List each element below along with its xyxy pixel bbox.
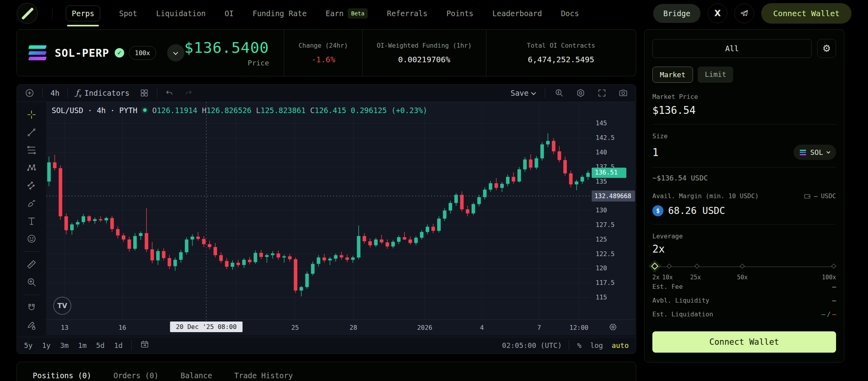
margin-wallet-info: — USDC bbox=[804, 192, 836, 200]
positions-tabs-panel: Positions (0) Orders (0) Balance Trade H… bbox=[17, 362, 636, 381]
market-status-icon[interactable] bbox=[141, 107, 148, 114]
layout-grid-button[interactable] bbox=[137, 87, 151, 99]
brush-tool[interactable] bbox=[24, 196, 39, 210]
auto-scale-button[interactable]: auto bbox=[611, 340, 630, 350]
text-tool[interactable] bbox=[24, 214, 39, 228]
range-1d-button[interactable]: 1d bbox=[113, 340, 123, 350]
nav-item-points[interactable]: Points bbox=[446, 9, 473, 18]
log-scale-button[interactable]: log bbox=[589, 340, 604, 350]
size-input[interactable]: 1 bbox=[652, 147, 659, 158]
nav-item-perps[interactable]: Perps bbox=[66, 6, 100, 21]
market-filter-select[interactable]: All bbox=[652, 39, 812, 58]
trend-line-icon bbox=[26, 127, 37, 138]
stat-label: Total OI Contracts bbox=[527, 42, 595, 49]
tab-market-order[interactable]: Market bbox=[652, 67, 693, 83]
goto-date-button[interactable] bbox=[140, 339, 150, 351]
leverage-slider-mark[interactable] bbox=[694, 264, 699, 269]
x-twitter-icon[interactable]: X bbox=[708, 4, 727, 23]
chart-clock[interactable]: 02:05:00 (UTC) bbox=[502, 341, 562, 349]
nav-item-liquidation[interactable]: Liquidation bbox=[156, 9, 206, 18]
tab-trade-history[interactable]: Trade History bbox=[234, 362, 293, 381]
svg-text:28: 28 bbox=[350, 324, 357, 331]
nav-item-oi[interactable]: OI bbox=[225, 9, 234, 18]
measure-tool[interactable] bbox=[24, 257, 39, 271]
leverage-slider-track[interactable] bbox=[655, 266, 834, 267]
range-3m-button[interactable]: 3m bbox=[59, 340, 69, 350]
snapshot-button[interactable] bbox=[616, 87, 630, 99]
leverage-slider-mark[interactable] bbox=[831, 264, 836, 269]
leverage-mark-label[interactable]: 50x bbox=[737, 274, 748, 281]
indicators-button[interactable]: ƒx Indicators bbox=[73, 86, 132, 100]
app-logo[interactable] bbox=[17, 3, 38, 24]
svg-text:145: 145 bbox=[596, 119, 607, 127]
trend-line-tool[interactable] bbox=[24, 125, 39, 139]
leverage-value: 2x bbox=[652, 243, 836, 255]
tab-orders[interactable]: Orders (0) bbox=[114, 362, 158, 381]
stat-change-24hr: Change (24hr) -1.6% bbox=[284, 29, 362, 76]
nav-item-leaderboard[interactable]: Leaderboard bbox=[492, 9, 542, 18]
leverage-mark-label[interactable]: 25x bbox=[690, 274, 701, 281]
range-1y-button[interactable]: 1y bbox=[41, 340, 52, 350]
market-selector-button[interactable] bbox=[167, 44, 184, 61]
market-header: SOL-PERP ✓ 100x $136.5400 Price Change (… bbox=[17, 29, 636, 76]
telegram-icon[interactable] bbox=[734, 4, 754, 23]
percent-scale-button[interactable]: % bbox=[576, 340, 582, 350]
connect-wallet-button-main[interactable]: Connect Wallet bbox=[652, 331, 836, 353]
legend-symbol: SOL/USD · 4h · PYTH bbox=[52, 106, 137, 115]
leverage-mark-label[interactable]: 2x bbox=[652, 274, 659, 281]
svg-text:142.5: 142.5 bbox=[596, 134, 615, 141]
beta-badge: Beta bbox=[348, 8, 368, 19]
crosshair-tool[interactable] bbox=[24, 108, 39, 122]
symbol-search-button[interactable] bbox=[22, 87, 37, 99]
top-nav: Perps Spot Liquidation OI Funding Rate E… bbox=[0, 0, 868, 27]
save-layout-button[interactable]: Save bbox=[508, 87, 538, 99]
undo-button[interactable] bbox=[163, 87, 176, 99]
tab-positions[interactable]: Positions (0) bbox=[33, 362, 91, 381]
stat-value: -1.6% bbox=[311, 55, 335, 64]
emoji-tool[interactable] bbox=[24, 232, 39, 246]
bridge-button[interactable]: Bridge bbox=[653, 4, 701, 23]
range-5y-button[interactable]: 5y bbox=[23, 340, 34, 350]
leverage-slider-mark[interactable] bbox=[667, 264, 672, 269]
leverage-mark-label[interactable]: 10x bbox=[662, 274, 673, 281]
price-block: $136.5400 Price bbox=[184, 39, 284, 67]
nav-item-docs[interactable]: Docs bbox=[561, 9, 579, 18]
quick-search-button[interactable] bbox=[552, 87, 566, 99]
range-5d-button[interactable]: 5d bbox=[95, 340, 106, 350]
leverage-mark-label[interactable]: 100x bbox=[822, 274, 836, 281]
leverage-slider-mark[interactable] bbox=[740, 264, 745, 269]
projection-tool[interactable] bbox=[24, 178, 39, 193]
connect-wallet-button-top[interactable]: Connect Wallet bbox=[761, 3, 851, 24]
interval-button[interactable]: 4h bbox=[48, 87, 62, 99]
chart-area[interactable]: SOL/USD · 4h · PYTH O126.11914 H126.8265… bbox=[46, 102, 635, 337]
leverage-slider-thumb[interactable] bbox=[651, 262, 658, 269]
magnet-tool[interactable] bbox=[24, 301, 39, 315]
nav-item-funding-rate[interactable]: Funding Rate bbox=[253, 9, 307, 18]
tab-balance[interactable]: Balance bbox=[181, 362, 212, 381]
nav-label: Liquidation bbox=[156, 9, 206, 18]
svg-text:130: 130 bbox=[596, 206, 607, 214]
left-column: SOL-PERP ✓ 100x $136.5400 Price Change (… bbox=[17, 29, 636, 381]
fullscreen-button[interactable] bbox=[595, 87, 609, 99]
nav-item-referrals[interactable]: Referrals bbox=[387, 9, 427, 18]
range-1m-button[interactable]: 1m bbox=[77, 340, 88, 350]
order-settings-button[interactable]: ⚙ bbox=[817, 39, 836, 58]
pattern-tool[interactable] bbox=[24, 161, 39, 175]
nav-item-spot[interactable]: Spot bbox=[119, 9, 137, 18]
fib-retracement-tool[interactable] bbox=[24, 143, 39, 157]
crosshair-icon bbox=[26, 110, 37, 120]
nav-items: Perps Spot Liquidation OI Funding Rate E… bbox=[66, 6, 579, 21]
tab-limit-order[interactable]: Limit bbox=[698, 67, 733, 83]
candlestick-chart[interactable]: 145142.5140137.5135130127.5125122.512011… bbox=[46, 102, 635, 335]
leverage-slider[interactable] bbox=[652, 263, 836, 271]
redo-button[interactable] bbox=[182, 87, 195, 99]
tradingview-logo[interactable]: TV bbox=[53, 297, 71, 315]
nav-item-earn[interactable]: Earn Beta bbox=[326, 8, 368, 19]
fib-retracement-icon bbox=[26, 145, 37, 155]
size-asset-select[interactable]: SOL bbox=[793, 145, 836, 160]
chart-settings-button[interactable] bbox=[574, 87, 588, 99]
lock-drawings-tool[interactable] bbox=[24, 318, 39, 333]
price-label: Price bbox=[184, 59, 269, 67]
svg-text:140: 140 bbox=[596, 149, 607, 156]
zoom-in-tool[interactable] bbox=[24, 275, 39, 289]
